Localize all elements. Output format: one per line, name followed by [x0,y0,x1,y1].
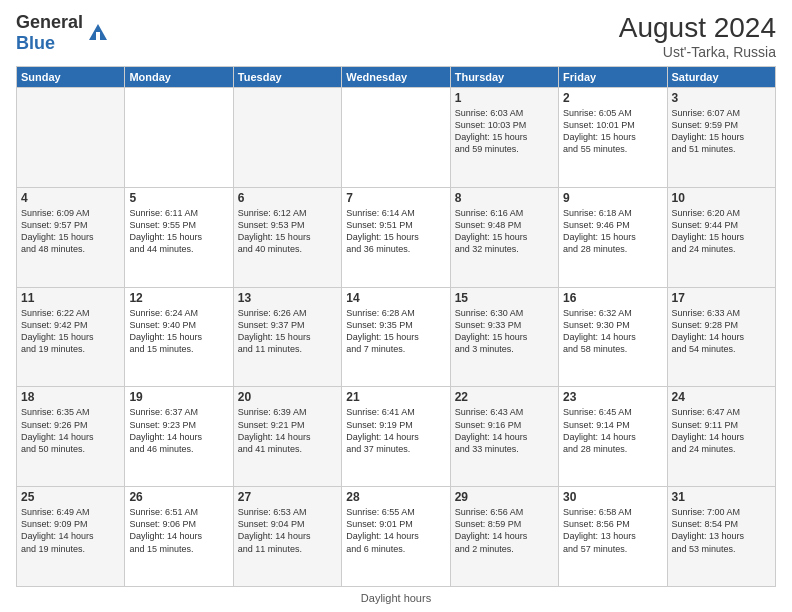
day-number: 26 [129,490,228,504]
day-info: Sunrise: 6:33 AM Sunset: 9:28 PM Dayligh… [672,307,771,356]
day-info: Sunrise: 6:11 AM Sunset: 9:55 PM Dayligh… [129,207,228,256]
calendar-cell: 18Sunrise: 6:35 AM Sunset: 9:26 PM Dayli… [17,387,125,487]
calendar-cell: 23Sunrise: 6:45 AM Sunset: 9:14 PM Dayli… [559,387,667,487]
day-number: 17 [672,291,771,305]
calendar-cell: 2Sunrise: 6:05 AM Sunset: 10:01 PM Dayli… [559,88,667,188]
calendar-cell: 7Sunrise: 6:14 AM Sunset: 9:51 PM Daylig… [342,187,450,287]
day-info: Sunrise: 6:56 AM Sunset: 8:59 PM Dayligh… [455,506,554,555]
calendar-cell: 19Sunrise: 6:37 AM Sunset: 9:23 PM Dayli… [125,387,233,487]
day-number: 24 [672,390,771,404]
week-row-2: 4Sunrise: 6:09 AM Sunset: 9:57 PM Daylig… [17,187,776,287]
calendar-cell: 22Sunrise: 6:43 AM Sunset: 9:16 PM Dayli… [450,387,558,487]
calendar-cell: 27Sunrise: 6:53 AM Sunset: 9:04 PM Dayli… [233,487,341,587]
week-row-5: 25Sunrise: 6:49 AM Sunset: 9:09 PM Dayli… [17,487,776,587]
weekday-sunday: Sunday [17,67,125,88]
day-number: 5 [129,191,228,205]
weekday-tuesday: Tuesday [233,67,341,88]
day-info: Sunrise: 6:35 AM Sunset: 9:26 PM Dayligh… [21,406,120,455]
day-info: Sunrise: 6:39 AM Sunset: 9:21 PM Dayligh… [238,406,337,455]
calendar-cell: 8Sunrise: 6:16 AM Sunset: 9:48 PM Daylig… [450,187,558,287]
day-info: Sunrise: 6:53 AM Sunset: 9:04 PM Dayligh… [238,506,337,555]
week-row-4: 18Sunrise: 6:35 AM Sunset: 9:26 PM Dayli… [17,387,776,487]
day-number: 16 [563,291,662,305]
day-number: 4 [21,191,120,205]
day-info: Sunrise: 7:00 AM Sunset: 8:54 PM Dayligh… [672,506,771,555]
day-number: 21 [346,390,445,404]
weekday-saturday: Saturday [667,67,775,88]
day-info: Sunrise: 6:20 AM Sunset: 9:44 PM Dayligh… [672,207,771,256]
weekday-header-row: SundayMondayTuesdayWednesdayThursdayFrid… [17,67,776,88]
day-number: 19 [129,390,228,404]
calendar-cell [342,88,450,188]
day-number: 6 [238,191,337,205]
weekday-monday: Monday [125,67,233,88]
calendar-cell: 14Sunrise: 6:28 AM Sunset: 9:35 PM Dayli… [342,287,450,387]
logo-text: General Blue [16,12,83,54]
day-info: Sunrise: 6:28 AM Sunset: 9:35 PM Dayligh… [346,307,445,356]
day-number: 1 [455,91,554,105]
day-number: 8 [455,191,554,205]
week-row-1: 1Sunrise: 6:03 AM Sunset: 10:03 PM Dayli… [17,88,776,188]
calendar-cell: 15Sunrise: 6:30 AM Sunset: 9:33 PM Dayli… [450,287,558,387]
day-number: 27 [238,490,337,504]
calendar-cell: 12Sunrise: 6:24 AM Sunset: 9:40 PM Dayli… [125,287,233,387]
logo: General Blue [16,12,109,54]
day-info: Sunrise: 6:51 AM Sunset: 9:06 PM Dayligh… [129,506,228,555]
calendar-cell: 20Sunrise: 6:39 AM Sunset: 9:21 PM Dayli… [233,387,341,487]
logo-blue: Blue [16,33,55,53]
day-info: Sunrise: 6:43 AM Sunset: 9:16 PM Dayligh… [455,406,554,455]
logo-general: General [16,12,83,32]
day-info: Sunrise: 6:12 AM Sunset: 9:53 PM Dayligh… [238,207,337,256]
calendar-cell: 9Sunrise: 6:18 AM Sunset: 9:46 PM Daylig… [559,187,667,287]
day-info: Sunrise: 6:41 AM Sunset: 9:19 PM Dayligh… [346,406,445,455]
calendar-cell: 6Sunrise: 6:12 AM Sunset: 9:53 PM Daylig… [233,187,341,287]
calendar-cell [17,88,125,188]
day-info: Sunrise: 6:49 AM Sunset: 9:09 PM Dayligh… [21,506,120,555]
day-info: Sunrise: 6:45 AM Sunset: 9:14 PM Dayligh… [563,406,662,455]
location: Ust'-Tarka, Russia [619,44,776,60]
day-info: Sunrise: 6:37 AM Sunset: 9:23 PM Dayligh… [129,406,228,455]
calendar-cell: 25Sunrise: 6:49 AM Sunset: 9:09 PM Dayli… [17,487,125,587]
day-info: Sunrise: 6:30 AM Sunset: 9:33 PM Dayligh… [455,307,554,356]
calendar-cell: 29Sunrise: 6:56 AM Sunset: 8:59 PM Dayli… [450,487,558,587]
weekday-thursday: Thursday [450,67,558,88]
day-number: 20 [238,390,337,404]
calendar-cell: 10Sunrise: 6:20 AM Sunset: 9:44 PM Dayli… [667,187,775,287]
calendar-cell: 26Sunrise: 6:51 AM Sunset: 9:06 PM Dayli… [125,487,233,587]
day-number: 12 [129,291,228,305]
logo-icon [87,22,109,44]
day-info: Sunrise: 6:18 AM Sunset: 9:46 PM Dayligh… [563,207,662,256]
day-number: 10 [672,191,771,205]
calendar-cell: 31Sunrise: 7:00 AM Sunset: 8:54 PM Dayli… [667,487,775,587]
day-info: Sunrise: 6:05 AM Sunset: 10:01 PM Daylig… [563,107,662,156]
calendar-cell: 28Sunrise: 6:55 AM Sunset: 9:01 PM Dayli… [342,487,450,587]
day-number: 22 [455,390,554,404]
day-info: Sunrise: 6:14 AM Sunset: 9:51 PM Dayligh… [346,207,445,256]
day-number: 30 [563,490,662,504]
day-number: 13 [238,291,337,305]
day-number: 23 [563,390,662,404]
calendar-cell: 3Sunrise: 6:07 AM Sunset: 9:59 PM Daylig… [667,88,775,188]
day-info: Sunrise: 6:07 AM Sunset: 9:59 PM Dayligh… [672,107,771,156]
day-info: Sunrise: 6:47 AM Sunset: 9:11 PM Dayligh… [672,406,771,455]
footer: Daylight hours [16,592,776,604]
day-number: 3 [672,91,771,105]
day-info: Sunrise: 6:03 AM Sunset: 10:03 PM Daylig… [455,107,554,156]
calendar-cell: 11Sunrise: 6:22 AM Sunset: 9:42 PM Dayli… [17,287,125,387]
calendar-cell: 17Sunrise: 6:33 AM Sunset: 9:28 PM Dayli… [667,287,775,387]
day-number: 11 [21,291,120,305]
day-info: Sunrise: 6:58 AM Sunset: 8:56 PM Dayligh… [563,506,662,555]
day-number: 14 [346,291,445,305]
day-number: 28 [346,490,445,504]
day-info: Sunrise: 6:16 AM Sunset: 9:48 PM Dayligh… [455,207,554,256]
day-info: Sunrise: 6:24 AM Sunset: 9:40 PM Dayligh… [129,307,228,356]
day-number: 29 [455,490,554,504]
day-number: 25 [21,490,120,504]
day-info: Sunrise: 6:09 AM Sunset: 9:57 PM Dayligh… [21,207,120,256]
calendar-cell: 13Sunrise: 6:26 AM Sunset: 9:37 PM Dayli… [233,287,341,387]
calendar-cell: 16Sunrise: 6:32 AM Sunset: 9:30 PM Dayli… [559,287,667,387]
footer-label: Daylight hours [361,592,431,604]
top-bar: General Blue August 2024 Ust'-Tarka, Rus… [16,12,776,60]
day-number: 18 [21,390,120,404]
calendar-cell [233,88,341,188]
